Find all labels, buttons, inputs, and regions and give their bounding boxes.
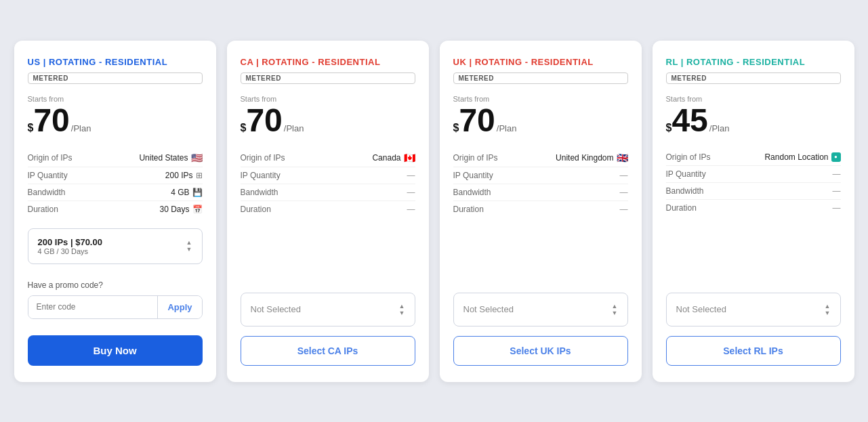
card-rl-dollar: $ <box>666 123 672 133</box>
selector-subtitle: 4 GB / 30 Days <box>38 247 102 255</box>
promo-input-row: Apply <box>28 295 203 319</box>
card-ca: CA | ROTATING - RESIDENTIAL METERED Star… <box>227 41 429 382</box>
card-rl-title: RL | ROTATING - RESIDENTIAL <box>666 57 841 67</box>
chevron-updown-icon: ▲▼ <box>825 303 831 316</box>
detail-row: Duration — <box>241 201 415 217</box>
detail-dash: — <box>833 169 841 179</box>
select-rl-ips-button[interactable]: Select RL IPs <box>666 336 841 366</box>
card-uk-starts-from: Starts from <box>453 95 628 103</box>
detail-label: Duration <box>28 205 58 214</box>
detail-row: IP Quantity — <box>241 167 415 184</box>
detail-label: Bandwidth <box>453 188 491 197</box>
card-uk-plan: /Plan <box>497 123 517 133</box>
promo-section: Have a promo code? Apply <box>28 280 203 327</box>
select-ca-ips-button[interactable]: Select CA IPs <box>241 336 415 366</box>
detail-label: Duration <box>453 205 484 214</box>
detail-row: Duration — <box>666 200 841 216</box>
detail-row: Origin of IPs Canada 🇨🇦 <box>241 149 415 167</box>
detail-dash: — <box>620 188 628 197</box>
card-rl-amount: 45 <box>671 104 707 137</box>
ca-not-selected-selector[interactable]: Not Selected ▲▼ <box>241 293 415 326</box>
card-rl-details: Origin of IPs Random Location ● IP Quant… <box>666 149 841 216</box>
detail-label: Origin of IPs <box>666 152 711 162</box>
detail-value: Random Location ● <box>764 152 840 162</box>
detail-value: 30 Days 📅 <box>159 205 202 214</box>
card-ca-price-row: $ 70 /Plan <box>241 104 415 137</box>
detail-dash: — <box>407 205 415 214</box>
detail-row: IP Quantity — <box>666 166 841 183</box>
card-us-dollar: $ <box>28 123 34 133</box>
detail-label: Duration <box>241 205 271 214</box>
detail-row: IP Quantity 200 IPs ⊞ <box>28 167 203 184</box>
select-uk-ips-button[interactable]: Select UK IPs <box>453 336 628 366</box>
card-us-amount: 70 <box>33 104 69 137</box>
detail-dash: — <box>407 171 415 180</box>
promo-apply-button[interactable]: Apply <box>157 296 201 318</box>
card-us-badge: METERED <box>28 72 203 84</box>
card-ca-details: Origin of IPs Canada 🇨🇦 IP Quantity — Ba… <box>241 149 415 217</box>
detail-value: 200 IPs ⊞ <box>165 171 203 180</box>
rl-not-selected-selector[interactable]: Not Selected ▲▼ <box>666 293 841 326</box>
card-ca-dollar: $ <box>241 123 247 133</box>
us-plan-selector[interactable]: 200 IPs | $70.00 4 GB / 30 Days ▲▼ <box>28 228 203 264</box>
detail-value: United States 🇺🇸 <box>139 152 202 163</box>
card-rl: RL | ROTATING - RESIDENTIAL METERED Star… <box>653 41 854 382</box>
card-ca-plan: /Plan <box>284 123 304 133</box>
detail-value: United Kingdom 🇬🇧 <box>556 152 627 163</box>
chevron-updown-icon: ▲▼ <box>399 303 405 316</box>
card-us-plan: /Plan <box>71 123 91 133</box>
cards-container: US | ROTATING - RESIDENTIAL METERED Star… <box>14 41 854 382</box>
detail-label: Duration <box>666 203 697 213</box>
card-us-price-row: $ 70 /Plan <box>28 104 203 137</box>
detail-row: IP Quantity — <box>453 167 628 184</box>
uk-not-selected-selector[interactable]: Not Selected ▲▼ <box>453 293 628 326</box>
detail-label: Origin of IPs <box>241 153 285 163</box>
detail-label: Origin of IPs <box>28 153 73 163</box>
detail-dash: — <box>833 186 841 196</box>
detail-label: Bandwidth <box>28 188 66 197</box>
card-ca-title: CA | ROTATING - RESIDENTIAL <box>241 57 415 67</box>
random-location-icon: ● <box>831 152 841 162</box>
calendar-icon: 📅 <box>192 205 203 214</box>
detail-label: IP Quantity <box>666 169 706 179</box>
detail-dash: — <box>833 203 841 213</box>
detail-row: Bandwidth — <box>241 184 415 201</box>
detail-label: Bandwidth <box>666 186 704 196</box>
card-us-starts-from: Starts from <box>28 95 203 103</box>
detail-dash: — <box>620 205 628 214</box>
flag-us: 🇺🇸 <box>191 152 203 163</box>
card-uk-price-row: $ 70 /Plan <box>453 104 628 137</box>
detail-row: Duration 30 Days 📅 <box>28 201 203 217</box>
not-selected-text: Not Selected <box>463 304 514 314</box>
card-uk-dollar: $ <box>453 123 459 133</box>
card-us-details: Origin of IPs United States 🇺🇸 IP Quanti… <box>28 149 203 217</box>
buy-now-button[interactable]: Buy Now <box>28 335 203 366</box>
card-rl-plan: /Plan <box>709 123 730 133</box>
card-uk: UK | ROTATING - RESIDENTIAL METERED Star… <box>440 41 642 382</box>
detail-label: IP Quantity <box>241 171 281 180</box>
storage-icon: 💾 <box>192 188 203 197</box>
not-selected-text: Not Selected <box>251 304 301 314</box>
card-ca-amount: 70 <box>246 104 282 137</box>
not-selected-text: Not Selected <box>676 304 726 314</box>
detail-dash: — <box>407 188 415 197</box>
card-uk-title: UK | ROTATING - RESIDENTIAL <box>453 57 628 67</box>
flag-ca: 🇨🇦 <box>404 152 415 163</box>
detail-label: IP Quantity <box>453 171 493 180</box>
detail-row: Bandwidth 4 GB 💾 <box>28 184 203 201</box>
promo-label: Have a promo code? <box>28 280 203 290</box>
copy-icon: ⊞ <box>196 171 203 180</box>
detail-row: Origin of IPs United States 🇺🇸 <box>28 149 203 167</box>
flag-uk: 🇬🇧 <box>617 152 628 163</box>
detail-row: Bandwidth — <box>666 183 841 200</box>
detail-dash: — <box>620 171 628 180</box>
detail-row: Bandwidth — <box>453 184 628 201</box>
card-us: US | ROTATING - RESIDENTIAL METERED Star… <box>14 41 216 382</box>
detail-label: Origin of IPs <box>453 153 498 163</box>
detail-value: 4 GB 💾 <box>171 188 202 197</box>
detail-row: Origin of IPs Random Location ● <box>666 149 841 166</box>
promo-input[interactable] <box>28 296 158 318</box>
detail-row: Origin of IPs United Kingdom 🇬🇧 <box>453 149 628 167</box>
card-uk-details: Origin of IPs United Kingdom 🇬🇧 IP Quant… <box>453 149 628 217</box>
detail-label: Bandwidth <box>241 188 278 197</box>
